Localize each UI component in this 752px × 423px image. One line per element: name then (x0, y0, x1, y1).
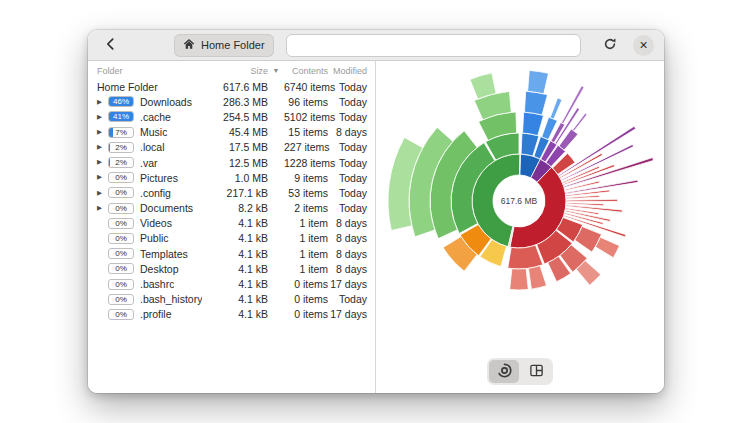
size-cell: 12.5 MB (212, 157, 268, 169)
table-row[interactable]: 0%Public4.1 kB1 item8 days (88, 231, 375, 246)
refresh-button[interactable] (597, 33, 623, 57)
chart-segment[interactable] (510, 269, 529, 290)
size-cell: 1.0 MB (212, 172, 268, 184)
chart-segment[interactable] (508, 245, 543, 269)
close-button[interactable]: × (633, 35, 654, 56)
chevron-left-icon (104, 37, 118, 54)
chart-segment[interactable] (566, 205, 623, 212)
contents-cell: 1 item (284, 232, 328, 244)
folder-name: .local (140, 141, 165, 153)
size-cell: 217.1 kB (212, 187, 268, 199)
expander-icon[interactable]: ▶ (97, 205, 108, 212)
rings-chart-icon (497, 363, 512, 381)
modified-cell: 8 days (328, 263, 375, 275)
size-cell: 4.1 kB (212, 278, 268, 290)
chart-segment[interactable] (595, 237, 619, 257)
treemap-view-button[interactable] (521, 360, 551, 383)
table-header-row: Folder Size ▼ Contents Modified (88, 62, 375, 79)
size-cell: 45.4 MB (212, 126, 268, 138)
contents-cell: 1 item (284, 263, 328, 275)
usage-percent-badge: 0% (108, 263, 134, 274)
folder-name: Public (140, 232, 169, 244)
modified-cell: Today (328, 293, 375, 305)
table-row[interactable]: ▶7%Music45.4 MB15 items8 days (88, 125, 375, 140)
usage-percent-badge: 46% (108, 96, 134, 107)
table-row[interactable]: ▶0%Pictures1.0 MB9 itemsToday (88, 170, 375, 185)
chart-segment[interactable] (566, 199, 617, 201)
modified-cell: Today (328, 157, 375, 169)
expander-icon[interactable]: ▶ (97, 159, 108, 166)
table-row[interactable]: ▶2%.local17.5 MB227 itemsToday (88, 140, 375, 155)
folder-name: Pictures (140, 172, 178, 184)
contents-cell: 2 items (284, 202, 328, 214)
table-row[interactable]: 0%Desktop4.1 kB1 item8 days (88, 261, 375, 276)
modified-cell: 8 days (328, 217, 375, 229)
contents-cell: 0 items (284, 308, 328, 320)
chart-segment[interactable] (528, 266, 546, 289)
size-cell: 4.1 kB (212, 232, 268, 244)
table-row[interactable]: 0%Videos4.1 kB1 item8 days (88, 216, 375, 231)
table-row[interactable]: ▶2%.var12.5 MB1228 itemsToday (88, 155, 375, 170)
column-header-contents[interactable]: Contents (284, 66, 328, 76)
table-row[interactable]: Home Folder617.6 MB6740 itemsToday (88, 79, 375, 94)
table-row[interactable]: 0%.profile4.1 kB0 items17 days (88, 307, 375, 322)
usage-percent-badge: 2% (108, 142, 134, 153)
folder-name: Downloads (140, 96, 192, 108)
chart-segment[interactable] (566, 190, 610, 196)
expander-icon[interactable]: ▶ (97, 129, 108, 136)
folder-name: .profile (140, 308, 172, 320)
chart-center-label: 617.6 MB (501, 196, 538, 206)
contents-cell: 96 items (284, 96, 328, 108)
contents-cell: 6740 items (284, 81, 328, 93)
home-folder-label: Home Folder (201, 39, 265, 51)
chart-segment[interactable] (528, 70, 549, 93)
modified-cell: Today (328, 172, 375, 184)
table-row[interactable]: ▶0%Documents8.2 kB2 itemsToday (88, 201, 375, 216)
size-cell: 4.1 kB (212, 263, 268, 275)
folder-name: Music (140, 126, 167, 138)
chart-segment[interactable] (523, 112, 544, 136)
size-cell: 4.1 kB (212, 293, 268, 305)
column-header-folder[interactable]: Folder (88, 66, 212, 76)
table-row[interactable]: ▶46%Downloads286.3 MB96 itemsToday (88, 94, 375, 109)
usage-percent-badge: 0% (108, 309, 134, 320)
usage-percent-badge: 0% (108, 279, 134, 290)
usage-percent-badge: 2% (108, 157, 134, 168)
expander-icon[interactable]: ▶ (97, 174, 108, 181)
chart-segment[interactable] (550, 98, 562, 119)
modified-cell: 8 days (328, 126, 375, 138)
size-cell: 286.3 MB (212, 96, 268, 108)
folder-name: Documents (140, 202, 193, 214)
modified-cell: Today (328, 96, 375, 108)
table-row[interactable]: 0%.bash_history4.1 kB0 itemsToday (88, 292, 375, 307)
chart-panel: 617.6 MB (376, 61, 664, 393)
contents-cell: 1 item (284, 248, 328, 260)
folder-table: Folder Size ▼ Contents Modified Home Fol… (88, 61, 376, 393)
table-row[interactable]: ▶41%.cache254.5 MB5102 itemsToday (88, 109, 375, 124)
table-row[interactable]: 0%.bashrc4.1 kB0 items17 days (88, 276, 375, 291)
home-folder-button[interactable]: Home Folder (174, 34, 274, 57)
back-button[interactable] (98, 33, 124, 57)
rings-view-button[interactable] (489, 360, 519, 383)
location-entry[interactable] (286, 34, 581, 57)
expander-icon[interactable]: ▶ (97, 190, 108, 197)
header-bar: Home Folder × (88, 30, 664, 61)
sort-descending-icon[interactable]: ▼ (268, 67, 284, 74)
size-cell: 8.2 kB (212, 202, 268, 214)
chart-segment[interactable] (524, 91, 547, 115)
expander-icon[interactable]: ▶ (97, 99, 108, 106)
column-header-modified[interactable]: Modified (328, 66, 376, 76)
column-header-size[interactable]: Size (212, 66, 268, 76)
contents-cell: 0 items (284, 293, 328, 305)
modified-cell: 17 days (328, 278, 375, 290)
contents-cell: 5102 items (284, 111, 328, 123)
folder-name: .config (140, 187, 171, 199)
contents-cell: 53 items (284, 187, 328, 199)
contents-cell: 15 items (284, 126, 328, 138)
table-row[interactable]: 0%Templates4.1 kB1 item8 days (88, 246, 375, 261)
table-row[interactable]: ▶0%.config217.1 kB53 itemsToday (88, 185, 375, 200)
expander-icon[interactable]: ▶ (97, 114, 108, 121)
usage-percent-badge: 7% (108, 127, 134, 138)
expander-icon[interactable]: ▶ (97, 144, 108, 151)
size-cell: 17.5 MB (212, 141, 268, 153)
